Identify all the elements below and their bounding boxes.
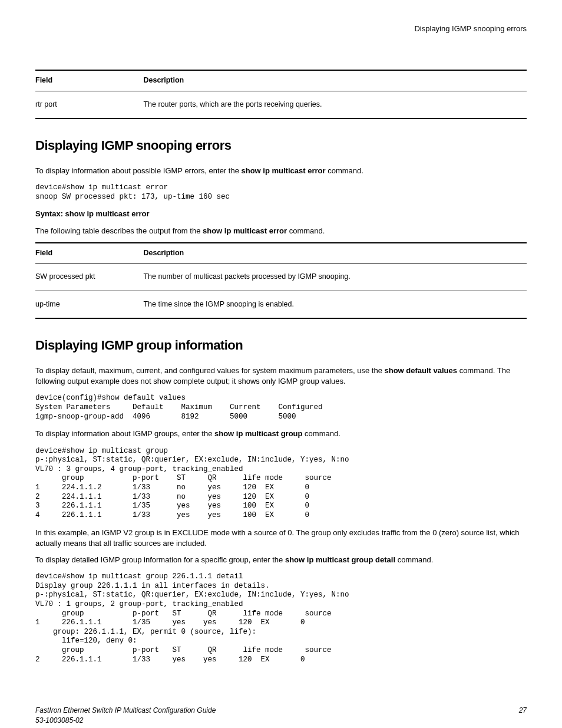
section1-p1: To display information about possible IG… bbox=[35, 166, 527, 176]
text: command. bbox=[326, 166, 363, 175]
code-block-1: device#show ip multicast error snoop SW … bbox=[35, 183, 527, 202]
table2-r2-field: up-time bbox=[35, 291, 143, 318]
code-block-3: device#show ip multicast group p-:physic… bbox=[35, 447, 527, 521]
page-footer: FastIron Ethernet Switch IP Multicast Co… bbox=[35, 706, 527, 726]
table2-r1-desc: The number of multicast packets processe… bbox=[143, 263, 527, 291]
field-table-2: Field Description SW processed pkt The n… bbox=[35, 242, 527, 319]
page-header: Displaying IGMP snooping errors bbox=[35, 24, 527, 34]
command-name: show default values bbox=[384, 366, 457, 375]
command-name: show ip multicast group bbox=[214, 429, 303, 438]
text: To display default, maximum, current, an… bbox=[35, 366, 384, 375]
text: command. bbox=[287, 226, 325, 235]
page-number: 27 bbox=[519, 706, 527, 726]
syntax-line: Syntax: show ip multicast error bbox=[35, 209, 527, 219]
command-name: show ip multicast error bbox=[242, 166, 326, 175]
table1-header-field: Field bbox=[35, 70, 143, 91]
command-name: show ip multicast error bbox=[203, 226, 287, 235]
footer-left: FastIron Ethernet Switch IP Multicast Co… bbox=[35, 706, 216, 726]
section2-p1: To display default, maximum, current, an… bbox=[35, 365, 527, 387]
section2-p3: In this example, an IGMP V2 group is in … bbox=[35, 528, 527, 549]
section2-p2: To display information about IGMP groups… bbox=[35, 429, 527, 439]
text: The following table describes the output… bbox=[35, 226, 203, 235]
doc-number: 53-1003085-02 bbox=[35, 716, 216, 726]
code-block-4: device#show ip multicast group 226.1.1.1… bbox=[35, 572, 527, 664]
table1-field: rtr port bbox=[35, 91, 143, 118]
section2-heading: Displaying IGMP group information bbox=[35, 337, 527, 355]
table2-header-desc: Description bbox=[143, 243, 527, 263]
section1-heading: Displaying IGMP snooping errors bbox=[35, 137, 527, 155]
text: To display information about possible IG… bbox=[35, 166, 242, 175]
table2-r1-field: SW processed pkt bbox=[35, 263, 143, 291]
field-table-1: Field Description rtr port The router po… bbox=[35, 70, 527, 119]
text: To display detailed IGMP group informati… bbox=[35, 555, 285, 564]
section1-p2: The following table describes the output… bbox=[35, 226, 527, 236]
table1-desc: The router ports, which are the ports re… bbox=[143, 91, 527, 118]
text: command. bbox=[395, 555, 433, 564]
table2-header-field: Field bbox=[35, 243, 143, 263]
section2-p4: To display detailed IGMP group informati… bbox=[35, 555, 527, 565]
text: command. bbox=[303, 429, 340, 438]
text: To display information about IGMP groups… bbox=[35, 429, 214, 438]
code-block-2: device(config)#show default values Syste… bbox=[35, 394, 527, 421]
command-name: show ip multicast group detail bbox=[285, 555, 395, 564]
doc-title: FastIron Ethernet Switch IP Multicast Co… bbox=[35, 706, 216, 716]
table2-r2-desc: The time since the IGMP snooping is enab… bbox=[143, 291, 527, 318]
table1-header-desc: Description bbox=[143, 70, 527, 91]
